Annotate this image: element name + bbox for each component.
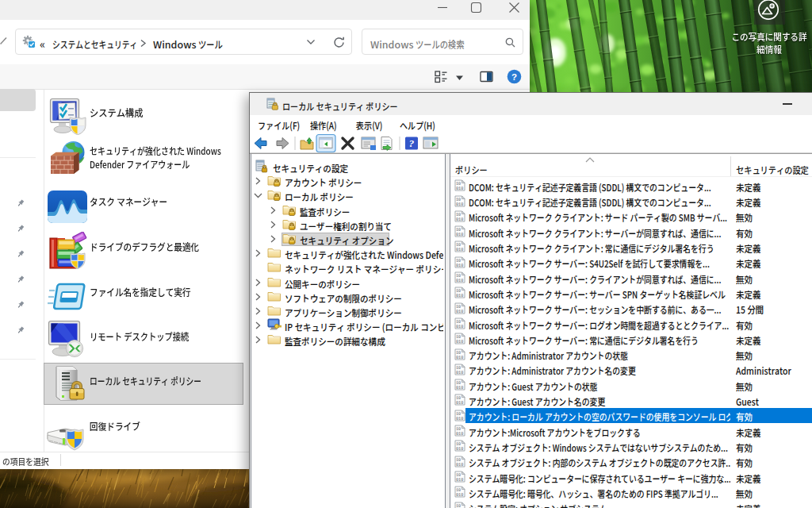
svg-text:010: 010 xyxy=(456,233,463,237)
svg-text:010: 010 xyxy=(456,217,463,221)
svg-text:010: 010 xyxy=(456,324,463,329)
svg-text:010: 010 xyxy=(456,432,463,437)
svg-text:010: 010 xyxy=(456,340,463,344)
svg-text:010: 010 xyxy=(456,248,463,252)
svg-text:010: 010 xyxy=(456,370,463,375)
svg-text:010: 010 xyxy=(456,493,463,498)
svg-text:010: 010 xyxy=(456,386,463,391)
svg-text:010: 010 xyxy=(456,401,463,406)
svg-text:010: 010 xyxy=(456,202,463,206)
svg-text:?: ? xyxy=(409,137,415,149)
svg-text:010: 010 xyxy=(456,477,463,482)
svg-text:010: 010 xyxy=(456,447,463,452)
svg-text:010: 010 xyxy=(456,416,463,421)
svg-text:010: 010 xyxy=(456,187,463,191)
svg-text:010: 010 xyxy=(456,462,463,467)
svg-text:010: 010 xyxy=(456,355,463,360)
svg-text:010: 010 xyxy=(456,279,463,283)
svg-text:010: 010 xyxy=(456,263,463,267)
svg-text:?: ? xyxy=(511,72,517,82)
svg-text:010: 010 xyxy=(456,294,463,298)
svg-text:010: 010 xyxy=(456,309,463,314)
